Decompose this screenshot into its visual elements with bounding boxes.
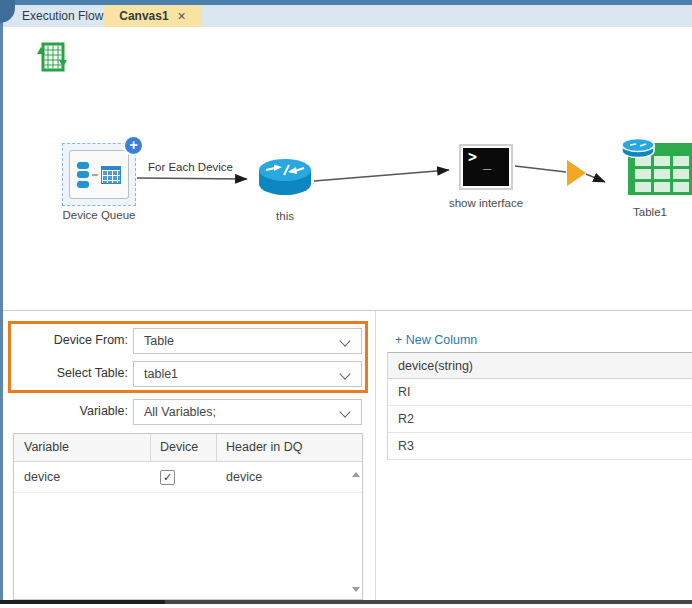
terminal-icon[interactable]: > _: [459, 144, 513, 190]
col-header-variable: Variable: [24, 434, 69, 461]
variable-table-header: Variable Device Header in DQ: [14, 434, 362, 462]
plus-badge-icon[interactable]: +: [123, 135, 144, 156]
table1-icon[interactable]: [618, 133, 692, 197]
node-label-table1: Table1: [620, 206, 680, 218]
select-table-select[interactable]: table1: [133, 361, 362, 387]
node-device-queue[interactable]: +: [62, 143, 136, 206]
chevron-down-icon: [339, 368, 350, 379]
tab-canvas1-label: Canvas1: [119, 5, 168, 27]
scroll-down-icon[interactable]: [352, 587, 360, 592]
table-sync-icon[interactable]: [36, 40, 68, 74]
variable-label: Variable:: [10, 404, 128, 418]
col-header-device: Device: [160, 434, 198, 461]
select-table-label: Select Table:: [10, 366, 128, 380]
table-row[interactable]: R3: [388, 433, 692, 460]
table-row[interactable]: device ✓ device: [14, 462, 362, 493]
variable-table: Variable Device Header in DQ device ✓ de…: [13, 433, 363, 600]
node-label-show-interface: show interface: [440, 197, 532, 209]
new-column-link[interactable]: + New Column: [395, 333, 477, 347]
panel-vertical-divider[interactable]: [375, 311, 376, 600]
column-header-device-string: device(string): [388, 352, 692, 379]
mini-router-icon: [622, 139, 654, 158]
device-from-label: Device From:: [10, 333, 128, 347]
device-checkbox[interactable]: ✓: [160, 470, 175, 485]
table-row[interactable]: R2: [388, 406, 692, 433]
router-icon[interactable]: [256, 155, 314, 199]
tab-execution-flow[interactable]: Execution Flow: [10, 5, 115, 27]
frame-left-border: [0, 5, 3, 600]
device-table: device(string) RI R2 R3: [387, 352, 692, 460]
close-icon[interactable]: ×: [178, 9, 186, 23]
panel-horizontal-divider: [0, 310, 692, 311]
cell-header-in-dq: device: [226, 462, 262, 492]
scroll-up-icon[interactable]: [352, 472, 360, 477]
frame-bottom-border: [0, 600, 692, 604]
mini-table-icon: [101, 166, 121, 184]
col-header-header-in-dq: Header in DQ: [226, 434, 302, 461]
device-from-select[interactable]: Table: [133, 328, 362, 354]
edge-label: For Each Device: [148, 161, 233, 173]
device-list-icon: [77, 159, 89, 190]
tab-canvas1[interactable]: Canvas1 ×: [104, 5, 201, 27]
node-label-device-queue: Device Queue: [55, 209, 143, 221]
table-row[interactable]: RI: [388, 379, 692, 406]
chevron-down-icon: [339, 335, 350, 346]
chevron-down-icon: [339, 406, 350, 417]
variable-select[interactable]: All Variables;: [133, 399, 362, 425]
node-label-this: this: [259, 210, 311, 222]
device-queue-icon: [69, 150, 129, 199]
cell-variable: device: [24, 462, 60, 492]
orange-arrow-icon: [567, 160, 586, 186]
